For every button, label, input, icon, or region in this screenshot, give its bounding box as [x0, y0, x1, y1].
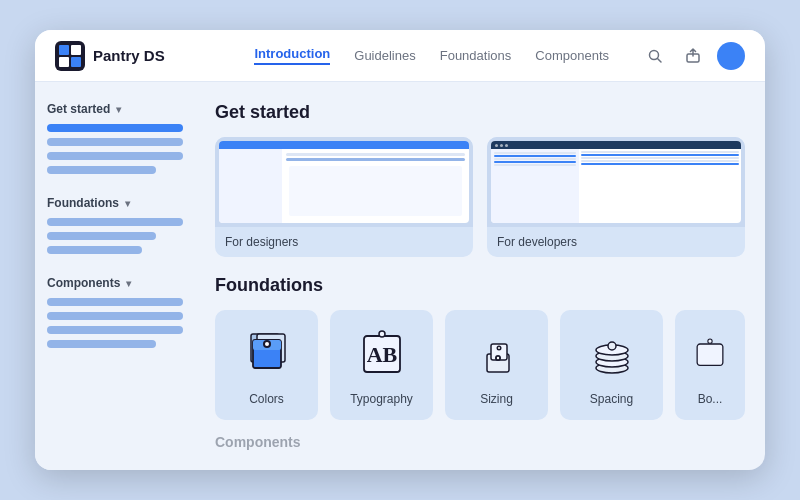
search-icon: [647, 48, 663, 64]
sidebar-section-get-started[interactable]: Get started ▾: [47, 102, 183, 116]
sidebar-item[interactable]: [47, 166, 156, 174]
spacing-card[interactable]: Spacing: [560, 310, 663, 420]
colors-label: Colors: [249, 392, 284, 406]
dev-preview-inner: [491, 141, 741, 223]
colors-card[interactable]: Colors: [215, 310, 318, 420]
preview-content: [219, 149, 469, 223]
dot: [505, 144, 508, 147]
foundations-row: Colors AB Typography: [215, 310, 745, 420]
chevron-down-icon: ▾: [126, 278, 131, 289]
sidebar: Get started ▾ Foundations ▾ Components ▾: [35, 82, 195, 470]
dev-main: [579, 149, 742, 223]
dev-line: [581, 154, 740, 156]
sidebar-item[interactable]: [47, 218, 183, 226]
sizing-card[interactable]: Sizing: [445, 310, 548, 420]
dev-line: [494, 158, 576, 160]
svg-point-15: [498, 347, 500, 349]
sizing-icon: [467, 324, 527, 384]
preview-main: [289, 166, 463, 216]
dot: [500, 144, 503, 147]
nav-link-introduction[interactable]: Introduction: [254, 46, 330, 65]
svg-point-8: [265, 342, 269, 346]
designers-label: For designers: [215, 227, 473, 257]
colors-icon: [237, 324, 297, 384]
developers-label: For developers: [487, 227, 745, 257]
preview-body: [282, 149, 470, 223]
typography-card[interactable]: AB Typography: [330, 310, 433, 420]
logo-cell: [71, 45, 81, 55]
logo-cell: [59, 45, 69, 55]
sizing-label: Sizing: [480, 392, 513, 406]
dev-line: [581, 163, 740, 165]
developers-preview: [487, 137, 745, 227]
foundations-title: Foundations: [215, 275, 745, 296]
nav-link-components[interactable]: Components: [535, 48, 609, 63]
for-developers-card[interactable]: For developers: [487, 137, 745, 257]
svg-rect-23: [697, 344, 723, 365]
svg-text:AB: AB: [366, 342, 397, 367]
svg-point-17: [496, 357, 498, 359]
dev-line: [581, 151, 740, 153]
dev-line: [494, 152, 576, 154]
dev-line: [494, 161, 576, 163]
dev-bar: [491, 141, 741, 149]
logo-icon: [55, 41, 85, 71]
svg-point-22: [608, 342, 616, 350]
for-designers-card[interactable]: For designers: [215, 137, 473, 257]
sidebar-item[interactable]: [47, 326, 183, 334]
sidebar-item[interactable]: [47, 246, 142, 254]
nav-links: Introduction Guidelines Foundations Comp…: [254, 46, 609, 65]
navbar: Pantry DS Introduction Guidelines Founda…: [35, 30, 765, 82]
sidebar-spacer: [47, 180, 183, 192]
sidebar-item[interactable]: [47, 340, 156, 348]
sidebar-item[interactable]: [47, 232, 156, 240]
nav-link-guidelines[interactable]: Guidelines: [354, 48, 415, 63]
borders-card[interactable]: Bo...: [675, 310, 745, 420]
borders-label: Bo...: [698, 392, 723, 406]
preview-inner: [219, 141, 469, 223]
avatar[interactable]: [717, 42, 745, 70]
sidebar-section-foundations[interactable]: Foundations ▾: [47, 196, 183, 210]
svg-point-11: [379, 331, 385, 337]
borders-icon: [680, 324, 740, 384]
spacing-label: Spacing: [590, 392, 633, 406]
nav-actions: [641, 42, 745, 70]
preview-sidebar: [219, 149, 282, 223]
dev-line: [494, 155, 576, 157]
body-layout: Get started ▾ Foundations ▾ Components ▾: [35, 82, 765, 470]
logo-cell: [71, 57, 81, 67]
preview-line: [286, 158, 466, 161]
svg-line-1: [658, 58, 662, 62]
sidebar-section-components[interactable]: Components ▾: [47, 276, 183, 290]
sidebar-item[interactable]: [47, 298, 183, 306]
chevron-down-icon: ▾: [116, 104, 121, 115]
sidebar-item[interactable]: [47, 124, 183, 132]
logo-cell: [59, 57, 69, 67]
dev-line: [494, 164, 576, 166]
search-button[interactable]: [641, 42, 669, 70]
logo[interactable]: Pantry DS: [55, 41, 165, 71]
sidebar-item[interactable]: [47, 312, 183, 320]
components-section-label: Components: [215, 434, 745, 450]
app-window: Pantry DS Introduction Guidelines Founda…: [35, 30, 765, 470]
dev-sidebar: [491, 149, 579, 223]
sidebar-item[interactable]: [47, 152, 183, 160]
sidebar-item[interactable]: [47, 138, 183, 146]
share-button[interactable]: [679, 42, 707, 70]
dev-line: [581, 157, 740, 159]
share-icon: [685, 48, 701, 64]
dev-body: [491, 149, 741, 223]
svg-point-24: [708, 339, 712, 343]
dev-line: [581, 160, 740, 162]
spacing-icon: [582, 324, 642, 384]
typography-icon: AB: [352, 324, 412, 384]
nav-link-foundations[interactable]: Foundations: [440, 48, 512, 63]
typography-label: Typography: [350, 392, 413, 406]
designers-preview: [215, 137, 473, 227]
preview-bar: [219, 141, 469, 149]
dot: [495, 144, 498, 147]
get-started-title: Get started: [215, 102, 745, 123]
preview-line: [286, 153, 466, 156]
chevron-down-icon: ▾: [125, 198, 130, 209]
sidebar-spacer: [47, 260, 183, 272]
